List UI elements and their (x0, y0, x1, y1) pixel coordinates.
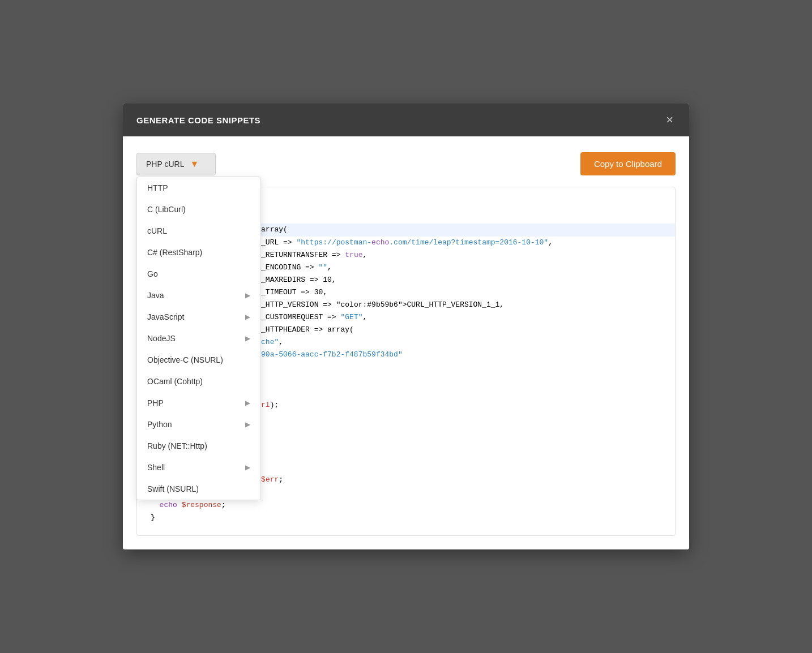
dropdown-item-label: C (LibCurl) (147, 205, 186, 214)
dropdown-item[interactable]: HTTP (137, 177, 260, 199)
dropdown-item[interactable]: C (LibCurl) (137, 199, 260, 220)
dropdown-item-label: PHP (147, 398, 164, 407)
dropdown-item[interactable]: Objective-C (NSURL) (137, 349, 260, 371)
submenu-arrow-icon: ▶ (245, 291, 250, 299)
language-dropdown-menu: HTTPC (LibCurl)cURLC# (RestSharp)GoJava▶… (136, 177, 261, 500)
selected-language-label: PHP cURL (146, 160, 184, 169)
submenu-arrow-icon: ▶ (245, 334, 250, 342)
dropdown-item[interactable]: OCaml (Cohttp) (137, 371, 260, 392)
dropdown-item[interactable]: Swift (NSURL) (137, 478, 260, 500)
dropdown-item[interactable]: C# (RestSharp) (137, 242, 260, 263)
dropdown-item-label: Ruby (NET::Http) (147, 441, 207, 450)
dropdown-item[interactable]: Shell▶ (137, 457, 260, 478)
submenu-arrow-icon: ▶ (245, 420, 250, 428)
dropdown-item[interactable]: Go (137, 263, 260, 285)
modal-header: GENERATE CODE SNIPPETS × (123, 104, 689, 136)
dropdown-item-label: Java (147, 291, 164, 300)
submenu-arrow-icon: ▶ (245, 313, 250, 321)
dropdown-item-label: Python (147, 420, 172, 429)
submenu-arrow-icon: ▶ (245, 399, 250, 407)
submenu-arrow-icon: ▶ (245, 463, 250, 471)
dropdown-item-label: Shell (147, 463, 165, 472)
code-line: } (151, 512, 661, 524)
code-line: echo $response; (151, 499, 661, 512)
dropdown-item[interactable]: Ruby (NET::Http) (137, 435, 260, 457)
generate-code-snippets-modal: GENERATE CODE SNIPPETS × PHP cURL ▼ HTTP… (123, 104, 689, 549)
dropdown-item-label: Swift (NSURL) (147, 484, 199, 493)
chevron-down-icon: ▼ (190, 159, 199, 169)
dropdown-item-label: C# (RestSharp) (147, 248, 202, 257)
toolbar: PHP cURL ▼ HTTPC (LibCurl)cURLC# (RestSh… (136, 152, 676, 175)
dropdown-item-label: cURL (147, 226, 167, 235)
dropdown-item[interactable]: PHP▶ (137, 392, 260, 414)
dropdown-item-label: HTTP (147, 183, 168, 192)
modal-body: PHP cURL ▼ HTTPC (LibCurl)cURLC# (RestSh… (123, 136, 689, 549)
dropdown-item-label: NodeJS (147, 334, 176, 343)
dropdown-item-label: Go (147, 269, 158, 278)
dropdown-item[interactable]: Python▶ (137, 414, 260, 435)
dropdown-item-label: Objective-C (NSURL) (147, 355, 223, 364)
dropdown-item-label: OCaml (Cohttp) (147, 377, 203, 386)
dropdown-item[interactable]: Java▶ (137, 285, 260, 306)
dropdown-item[interactable]: JavaScript▶ (137, 306, 260, 328)
close-button[interactable]: × (664, 114, 676, 126)
dropdown-item-label: JavaScript (147, 312, 184, 321)
language-dropdown-button[interactable]: PHP cURL ▼ (136, 153, 216, 175)
language-dropdown-wrapper: PHP cURL ▼ HTTPC (LibCurl)cURLC# (RestSh… (136, 153, 216, 175)
dropdown-item[interactable]: NodeJS▶ (137, 328, 260, 349)
modal-title: GENERATE CODE SNIPPETS (136, 115, 260, 125)
copy-to-clipboard-button[interactable]: Copy to Clipboard (580, 152, 676, 175)
dropdown-item[interactable]: cURL (137, 220, 260, 242)
